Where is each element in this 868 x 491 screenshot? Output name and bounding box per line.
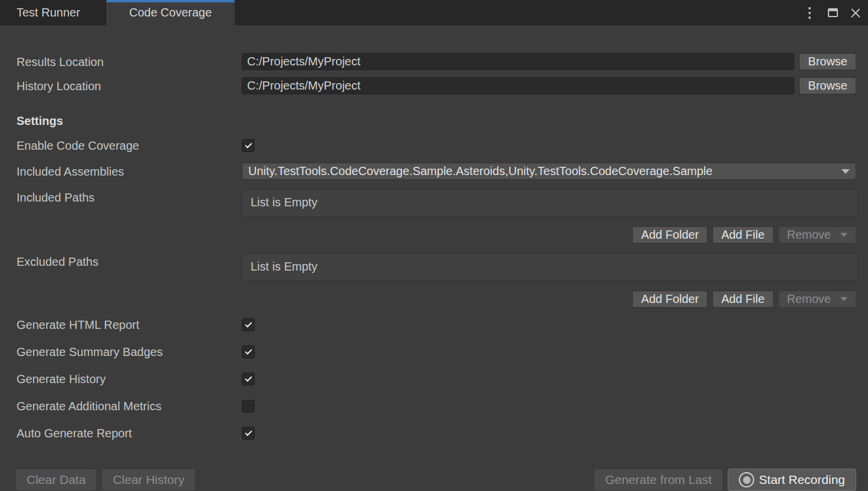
history-location-label: History Location: [17, 78, 242, 94]
results-location-input[interactable]: [242, 53, 794, 70]
tab-test-runner-label: Test Runner: [17, 6, 80, 19]
generate-html-report-label: Generate HTML Report: [17, 317, 242, 333]
checkmark-icon: [245, 141, 252, 149]
generate-summary-badges-label: Generate Summary Badges: [17, 344, 242, 360]
results-location-browse-button[interactable]: Browse: [799, 53, 856, 70]
chevron-down-icon: [841, 169, 850, 174]
checkmark-icon: [245, 375, 252, 382]
history-location-browse-button[interactable]: Browse: [799, 77, 856, 94]
checkmark-icon: [245, 429, 252, 436]
generate-history-checkbox[interactable]: [242, 373, 255, 385]
included-paths-add-file-button[interactable]: Add File: [712, 226, 773, 243]
tab-code-coverage[interactable]: Code Coverage: [106, 0, 235, 25]
excluded-paths-row: Excluded Paths List is Empty: [17, 253, 856, 281]
generate-history-label: Generate History: [17, 371, 242, 387]
included-assemblies-value: Unity.TestTools.CodeCoverage.Sample.Aste…: [248, 164, 837, 178]
generate-summary-badges-row: Generate Summary Badges: [17, 344, 856, 360]
chevron-down-icon: [840, 297, 847, 301]
close-icon: [850, 8, 861, 18]
results-location-label: Results Location: [17, 54, 242, 70]
enable-code-coverage-checkbox[interactable]: [242, 139, 255, 152]
window-menu-button[interactable]: [803, 6, 817, 20]
included-paths-remove-button[interactable]: Remove: [778, 226, 856, 243]
included-paths-buttons: Add Folder Add File Remove: [17, 226, 856, 243]
included-assemblies-dropdown[interactable]: Unity.TestTools.CodeCoverage.Sample.Aste…: [242, 163, 856, 180]
excluded-paths-remove-button[interactable]: Remove: [778, 291, 856, 308]
included-assemblies-label: Included Assemblies: [17, 163, 242, 180]
auto-generate-report-checkbox[interactable]: [242, 427, 255, 440]
included-paths-row: Included Paths List is Empty: [17, 189, 856, 217]
history-location-row: History Location Browse: [17, 77, 856, 94]
kebab-menu-icon: [808, 7, 811, 19]
clear-history-button[interactable]: Clear History: [101, 469, 195, 491]
window-controls: [803, 0, 863, 25]
generate-html-report-checkbox[interactable]: [242, 318, 255, 331]
generate-from-last-button[interactable]: Generate from Last: [594, 469, 723, 491]
window-close-button[interactable]: [849, 6, 863, 20]
tab-code-coverage-label: Code Coverage: [129, 6, 212, 19]
start-recording-label: Start Recording: [759, 473, 845, 487]
active-tab-accent-bar: [106, 0, 235, 2]
excluded-paths-add-folder-button[interactable]: Add Folder: [632, 291, 708, 308]
settings-section-header: Settings: [17, 114, 856, 128]
enable-code-coverage-row: Enable Code Coverage: [17, 137, 856, 154]
footer-toolbar: Clear Data Clear History Generate from L…: [0, 469, 868, 491]
generate-summary-badges-checkbox[interactable]: [242, 345, 255, 358]
window-tab-bar: Test Runner Code Coverage: [0, 0, 868, 25]
tab-test-runner[interactable]: Test Runner: [0, 0, 106, 25]
generate-additional-metrics-label: Generate Additional Metrics: [17, 398, 242, 414]
start-recording-button[interactable]: Start Recording: [728, 469, 856, 491]
generate-html-report-row: Generate HTML Report: [17, 317, 856, 333]
maximize-icon: [828, 8, 838, 17]
generate-history-row: Generate History: [17, 371, 856, 387]
generate-additional-metrics-checkbox[interactable]: [242, 400, 255, 413]
included-paths-empty-text: List is Empty: [251, 196, 317, 209]
clear-data-button[interactable]: Clear Data: [15, 469, 97, 491]
generate-options-group: Generate HTML Report Generate Summary Ba…: [17, 317, 856, 441]
included-paths-label: Included Paths: [17, 189, 242, 206]
code-coverage-panel: Results Location Browse History Location…: [0, 25, 868, 441]
auto-generate-report-row: Auto Generate Report: [17, 425, 856, 441]
included-assemblies-row: Included Assemblies Unity.TestTools.Code…: [17, 163, 856, 180]
included-paths-list[interactable]: List is Empty: [242, 189, 858, 217]
window-maximize-button[interactable]: [826, 6, 840, 20]
excluded-paths-remove-label: Remove: [787, 292, 831, 306]
excluded-paths-list[interactable]: List is Empty: [242, 253, 858, 281]
excluded-paths-buttons: Add Folder Add File Remove: [17, 291, 856, 308]
excluded-paths-label: Excluded Paths: [17, 253, 242, 270]
results-location-row: Results Location Browse: [17, 53, 856, 70]
checkmark-icon: [245, 321, 252, 328]
chevron-down-icon: [840, 233, 847, 237]
excluded-paths-empty-text: List is Empty: [251, 260, 317, 273]
enable-code-coverage-label: Enable Code Coverage: [17, 137, 242, 154]
checkmark-icon: [245, 348, 252, 355]
auto-generate-report-label: Auto Generate Report: [17, 425, 242, 441]
excluded-paths-add-file-button[interactable]: Add File: [712, 291, 773, 308]
included-paths-remove-label: Remove: [787, 228, 831, 242]
history-location-input[interactable]: [242, 77, 794, 94]
included-paths-add-folder-button[interactable]: Add Folder: [632, 226, 708, 243]
generate-additional-metrics-row: Generate Additional Metrics: [17, 398, 856, 414]
record-icon: [739, 472, 754, 487]
